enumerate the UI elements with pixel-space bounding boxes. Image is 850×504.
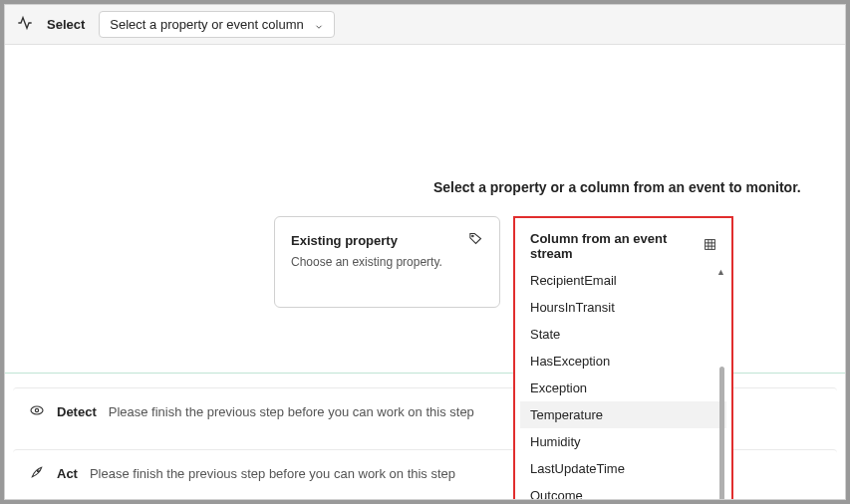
svg-point-0	[472, 235, 474, 237]
tag-icon	[468, 231, 483, 249]
list-item[interactable]: Humidity	[520, 428, 726, 455]
instruction-text: Select a property or a column from an ev…	[433, 179, 801, 195]
eye-icon	[29, 402, 45, 421]
activity-icon	[17, 15, 33, 34]
list-item[interactable]: Outcome	[520, 482, 726, 500]
list-item[interactable]: HasException	[520, 348, 726, 375]
act-label: Act	[57, 466, 78, 481]
existing-property-card[interactable]: Existing property Choose an existing pro…	[274, 216, 500, 308]
card-title: Existing property	[291, 233, 398, 248]
svg-point-7	[35, 408, 38, 411]
scroll-up-icon[interactable]: ▲	[716, 267, 725, 277]
chevron-down-icon	[314, 20, 324, 30]
list-item[interactable]: Exception	[520, 375, 726, 401]
detect-label: Detect	[57, 404, 97, 419]
column-popup: Column from an event stream ▲ RecipientE…	[513, 216, 733, 500]
popup-list: ▲ RecipientEmail HoursInTransit State Ha…	[520, 267, 726, 500]
list-item[interactable]: HoursInTransit	[520, 294, 726, 321]
svg-point-8	[37, 470, 39, 472]
select-label: Select	[47, 17, 85, 32]
list-item-selected[interactable]: Temperature	[520, 401, 726, 428]
rocket-icon	[29, 464, 45, 483]
scrollbar-thumb[interactable]	[719, 367, 724, 500]
list-item[interactable]: LastUpdateTime	[520, 455, 726, 482]
svg-rect-1	[706, 240, 715, 250]
detect-sub: Please finish the previous step before y…	[109, 404, 474, 419]
list-item[interactable]: State	[520, 321, 726, 348]
select-toolbar: Select Select a property or event column	[5, 5, 845, 45]
main-panel: Select Select a property or event column…	[4, 4, 846, 500]
popup-title: Column from an event stream	[530, 231, 704, 261]
svg-point-6	[31, 406, 43, 414]
dropdown-text: Select a property or event column	[110, 17, 303, 32]
act-sub: Please finish the previous step before y…	[90, 466, 455, 481]
select-body: Select a property or a column from an ev…	[5, 45, 845, 374]
grid-icon	[704, 238, 716, 254]
list-item[interactable]: RecipientEmail	[520, 267, 726, 294]
popup-header: Column from an event stream	[520, 223, 726, 267]
card-desc: Choose an existing property.	[291, 255, 483, 269]
property-dropdown[interactable]: Select a property or event column	[99, 11, 334, 38]
